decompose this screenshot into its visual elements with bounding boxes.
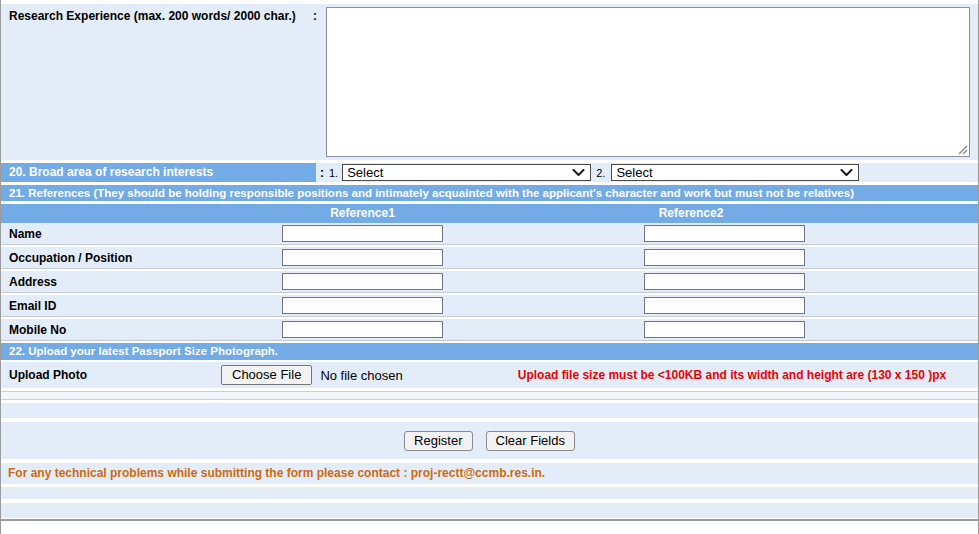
reference2-column-header: Reference2 (471, 204, 911, 223)
page-bottom-border (1, 519, 978, 521)
table-row-email: Email ID (1, 295, 978, 317)
email-ref1-input[interactable] (282, 297, 443, 314)
clear-fields-button[interactable]: Clear Fields (486, 431, 575, 451)
occupation-ref1-input[interactable] (282, 249, 443, 266)
reference-label-column-spacer (1, 204, 254, 223)
choose-file-button[interactable]: Choose File (221, 365, 312, 385)
name-ref2-input[interactable] (644, 225, 805, 242)
research-experience-textarea[interactable] (326, 7, 970, 157)
upload-section-header: 22. Upload your latest Passport Size Pho… (1, 343, 978, 360)
mobile-ref1-input[interactable] (282, 321, 443, 338)
research-interest-select-1[interactable]: Select (342, 164, 591, 181)
upload-warning-text: Upload file size must be <100KB and its … (518, 368, 946, 382)
reference1-column-header: Reference1 (254, 204, 471, 223)
table-row-occupation: Occupation / Position (1, 247, 978, 269)
name-label: Name (1, 227, 254, 241)
divider-band (1, 391, 978, 400)
research-experience-label: Research Experience (max. 200 words/ 200… (1, 4, 304, 23)
upload-photo-row: Upload Photo Choose File No file chosen … (1, 362, 978, 388)
email-label: Email ID (1, 299, 254, 313)
select1-value: Select (347, 165, 383, 180)
research-experience-colon: : (304, 4, 326, 23)
research-experience-textarea-wrap (326, 7, 970, 157)
table-row-mobile: Mobile No (1, 319, 978, 341)
table-row-name: Name (1, 223, 978, 245)
table-row-address: Address (1, 271, 978, 293)
occupation-ref2-input[interactable] (644, 249, 805, 266)
name-ref1-input[interactable] (282, 225, 443, 242)
broad-area-colon: : (320, 166, 324, 180)
upload-photo-label: Upload Photo (1, 368, 221, 382)
research-interest-select-2[interactable]: Select (611, 164, 859, 181)
spacer-band (1, 503, 978, 518)
broad-area-selects: : 1. Select 2. Select (316, 163, 978, 182)
spacer-band (1, 487, 978, 499)
email-ref2-input[interactable] (644, 297, 805, 314)
address-ref2-input[interactable] (644, 273, 805, 290)
register-button[interactable]: Register (404, 431, 472, 451)
occupation-label: Occupation / Position (1, 251, 254, 265)
chevron-down-icon (840, 169, 853, 177)
research-experience-row: Research Experience (max. 200 words/ 200… (1, 4, 978, 160)
select2-number: 2. (596, 167, 605, 179)
select1-number: 1. (329, 167, 338, 179)
spacer-band (1, 403, 978, 418)
mobile-ref2-input[interactable] (644, 321, 805, 338)
broad-area-label: 20. Broad area of research interests (1, 163, 316, 182)
references-table-header: Reference1 Reference2 (1, 204, 978, 223)
technical-contact-text: For any technical problems while submitt… (1, 463, 978, 484)
broad-area-row: 20. Broad area of research interests : 1… (1, 163, 978, 182)
chevron-down-icon (572, 169, 585, 177)
address-ref1-input[interactable] (282, 273, 443, 290)
no-file-chosen-text: No file chosen (320, 368, 402, 383)
registration-form-page: Research Experience (max. 200 words/ 200… (0, 0, 979, 534)
select2-value: Select (616, 165, 652, 180)
references-section-header: 21. References (They should be holding r… (1, 185, 978, 201)
address-label: Address (1, 275, 254, 289)
mobile-label: Mobile No (1, 323, 254, 337)
form-actions-row: Register Clear Fields (1, 422, 978, 459)
